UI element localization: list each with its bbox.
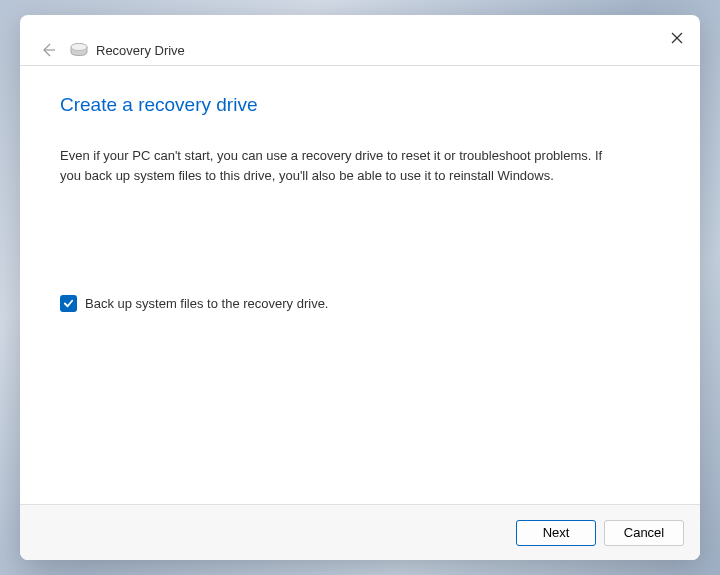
backup-checkbox[interactable] <box>60 295 77 312</box>
back-button[interactable] <box>36 38 60 62</box>
page-description: Even if your PC can't start, you can use… <box>60 146 620 185</box>
recovery-drive-window: Recovery Drive Create a recovery drive E… <box>20 15 700 560</box>
backup-checkbox-label: Back up system files to the recovery dri… <box>85 296 328 311</box>
window-title: Recovery Drive <box>96 43 185 58</box>
svg-point-4 <box>71 44 87 51</box>
page-heading: Create a recovery drive <box>60 94 660 116</box>
footer: Next Cancel <box>20 504 700 560</box>
titlebar: Recovery Drive <box>20 15 700 65</box>
drive-icon <box>70 43 88 57</box>
back-arrow-icon <box>40 42 56 58</box>
backup-checkbox-row: Back up system files to the recovery dri… <box>60 295 660 312</box>
checkmark-icon <box>63 298 74 309</box>
cancel-button[interactable]: Cancel <box>604 520 684 546</box>
content-area: Create a recovery drive Even if your PC … <box>20 66 700 504</box>
next-button[interactable]: Next <box>516 520 596 546</box>
